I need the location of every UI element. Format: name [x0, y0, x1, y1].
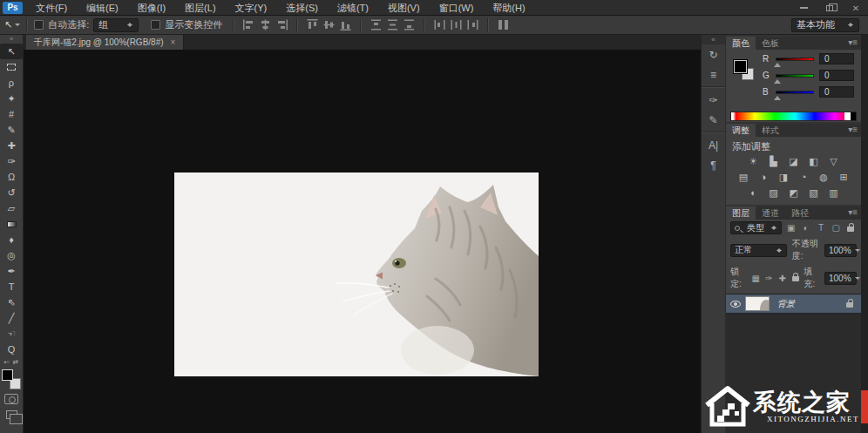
menu-window[interactable]: 窗口(W)	[430, 0, 484, 16]
tool-line[interactable]: ╱	[0, 310, 23, 326]
minimize-button[interactable]	[798, 3, 809, 13]
align-left-edges-button[interactable]	[241, 18, 256, 31]
layer-thumbnail[interactable]	[745, 296, 770, 311]
tab-close-icon[interactable]: ×	[171, 37, 176, 47]
collapse-toolbar-icon[interactable]: «	[0, 35, 23, 44]
layer-row-background[interactable]: 背景	[726, 294, 861, 314]
menu-edit[interactable]: 编辑(E)	[77, 0, 128, 16]
brush-panel-button[interactable]: ✑	[702, 90, 724, 110]
tool-lasso[interactable]: ρ	[0, 75, 23, 91]
tool-brush[interactable]: ✑	[0, 153, 23, 169]
distribute-top-edges-button[interactable]	[369, 18, 383, 31]
panel-menu-icon[interactable]: ▾≡	[848, 207, 858, 217]
tool-move[interactable]: ↖	[0, 44, 23, 59]
tool-type[interactable]: T	[0, 279, 23, 294]
align-vertical-centers-button[interactable]	[322, 18, 336, 31]
slider-thumb[interactable]	[774, 59, 781, 67]
foreground-color-swatch[interactable]	[734, 60, 747, 73]
opacity-field[interactable]: 100%	[824, 244, 857, 257]
curves-icon[interactable]: ◪	[787, 156, 800, 167]
menu-image[interactable]: 图像(I)	[128, 0, 175, 16]
tool-blur[interactable]: ♦	[0, 232, 23, 247]
tab-color[interactable]: 颜色	[726, 37, 756, 50]
black-white-icon[interactable]: ◨	[777, 172, 790, 183]
tab-swatches[interactable]: 色板	[756, 37, 785, 50]
filter-shape-layers-icon[interactable]: ▢	[831, 223, 842, 233]
hue-saturation-icon[interactable]: ▤	[737, 172, 750, 183]
vibrance-icon[interactable]: ▽	[827, 156, 840, 167]
slider-thumb[interactable]	[774, 76, 781, 84]
filter-smart-objects-icon[interactable]	[845, 223, 857, 233]
distribute-right-edges-button[interactable]	[465, 18, 480, 31]
fill-field[interactable]: 100%	[824, 272, 857, 285]
exposure-icon[interactable]: ◧	[807, 156, 820, 167]
close-button[interactable]: ✕	[851, 3, 861, 13]
tool-eyedropper[interactable]: ✎	[0, 122, 23, 138]
tool-spot-healing-brush[interactable]: ✚	[0, 138, 23, 153]
auto-align-layers-button[interactable]	[496, 18, 511, 31]
color-lookup-icon[interactable]: ⊞	[837, 172, 851, 183]
red-slider[interactable]	[776, 58, 814, 61]
workspace-switcher[interactable]: 基本功能	[791, 18, 859, 32]
document-image-cat[interactable]	[174, 173, 539, 376]
distribute-bottom-edges-button[interactable]	[402, 18, 417, 31]
tab-styles[interactable]: 样式	[756, 124, 785, 137]
quick-mask-button[interactable]	[4, 394, 18, 404]
filter-adjustment-layers-icon[interactable]: ◐	[800, 223, 811, 233]
tool-crop[interactable]: #	[0, 106, 23, 122]
align-right-edges-button[interactable]	[275, 18, 289, 31]
tool-eraser[interactable]: ▱	[0, 200, 23, 216]
green-value-field[interactable]: 0	[819, 70, 854, 81]
threshold-icon[interactable]: ◩	[787, 187, 800, 199]
document-tab[interactable]: 千库网-猫2.jpg @ 100%(RGB/8#) ×	[26, 35, 184, 50]
lock-transparency-icon[interactable]: ▦	[751, 274, 761, 283]
lock-image-icon[interactable]: ✑	[764, 274, 774, 283]
history-panel-button[interactable]: ↻	[702, 44, 724, 64]
tab-adjustments[interactable]: 调整	[726, 124, 756, 137]
levels-icon[interactable]: ▙	[767, 156, 780, 167]
tool-hand[interactable]: ☜	[0, 326, 23, 342]
blue-slider[interactable]	[776, 91, 814, 94]
slider-thumb[interactable]	[774, 92, 781, 100]
filter-type-layers-icon[interactable]: T	[815, 223, 826, 233]
panel-menu-icon[interactable]: ▾≡	[848, 125, 858, 134]
tool-rectangular-marquee[interactable]	[0, 59, 23, 75]
tool-gradient[interactable]	[0, 216, 23, 232]
foreground-color-swatch[interactable]	[2, 369, 13, 381]
menu-view[interactable]: 视图(V)	[378, 0, 430, 16]
layer-filter-dropdown[interactable]: 类型	[730, 221, 782, 234]
menu-file[interactable]: 文件(F)	[26, 0, 77, 16]
distribute-left-edges-button[interactable]	[432, 18, 447, 31]
tool-path-selection[interactable]: ⇖	[0, 294, 23, 310]
photo-filter-icon[interactable]: ◔	[797, 172, 810, 183]
menu-type[interactable]: 文字(Y)	[226, 0, 277, 16]
menu-filter[interactable]: 滤镜(T)	[328, 0, 378, 16]
tab-paths[interactable]: 路径	[785, 206, 815, 220]
panel-menu-icon[interactable]: ▾≡	[848, 37, 858, 47]
layer-visibility-toggle[interactable]	[726, 301, 745, 308]
expand-panels-icon[interactable]: «	[702, 35, 725, 44]
screen-mode-button[interactable]	[6, 410, 17, 419]
tool-zoom[interactable]: Q	[0, 342, 23, 357]
align-bottom-edges-button[interactable]	[338, 18, 353, 31]
paragraph-panel-button[interactable]: ¶	[702, 155, 724, 175]
channel-mixer-icon[interactable]: ◍	[817, 172, 831, 183]
tool-quick-selection[interactable]: ✦	[0, 91, 23, 106]
swap-colors-button[interactable]: ▪▫⇄	[4, 357, 18, 367]
posterize-icon[interactable]: ▨	[767, 187, 780, 199]
lock-all-icon[interactable]	[790, 273, 800, 283]
menu-help[interactable]: 帮助(H)	[483, 0, 534, 16]
distribute-vertical-centers-button[interactable]	[385, 18, 400, 31]
color-balance-icon[interactable]: ◑	[757, 172, 770, 183]
lock-position-icon[interactable]: ✚	[777, 274, 787, 283]
invert-icon[interactable]: ◐	[747, 187, 760, 199]
tab-layers[interactable]: 图层	[726, 206, 756, 220]
brightness-contrast-icon[interactable]: ☀	[747, 156, 760, 167]
green-slider[interactable]	[776, 74, 814, 78]
brush-presets-panel-button[interactable]: ✎	[702, 110, 724, 130]
foreground-background-swatches[interactable]	[2, 369, 21, 389]
blend-mode-dropdown[interactable]: 正常	[730, 244, 787, 257]
properties-panel-button[interactable]: ≡	[702, 64, 724, 85]
menu-layer[interactable]: 图层(L)	[175, 0, 225, 16]
tool-pen[interactable]: ✒	[0, 263, 23, 279]
